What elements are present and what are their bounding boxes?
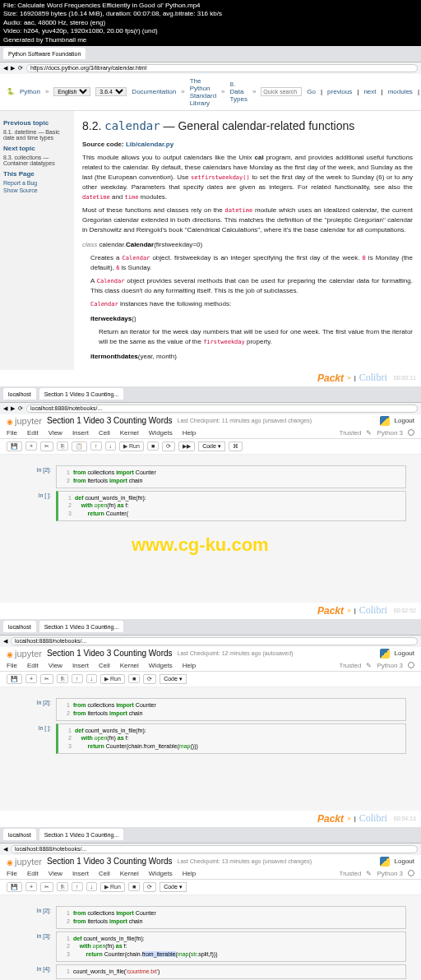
menu-widgets[interactable]: Widgets (149, 870, 173, 877)
menu-widgets[interactable]: Widgets (149, 429, 173, 437)
reload-icon[interactable]: ⟳ (18, 65, 23, 72)
menu-file[interactable]: File (7, 429, 17, 437)
menu-edit[interactable]: Edit (27, 429, 39, 437)
browser-tab[interactable]: localhost (3, 388, 36, 400)
browser-tab[interactable]: Section 1 Video 3 Counting... (39, 388, 124, 400)
run-button[interactable]: ▶ Run (100, 882, 125, 892)
menu-help[interactable]: Help (183, 870, 196, 877)
notebook-title[interactable]: Section 1 Video 3 Counting Words (47, 857, 173, 866)
url-input[interactable]: localhost:8888/notebooks/... (11, 637, 418, 645)
menu-cell[interactable]: Cell (99, 662, 110, 669)
menu-insert[interactable]: Insert (72, 870, 89, 877)
nav-modules[interactable]: modules (388, 88, 413, 95)
edit-icon[interactable]: ✎ (366, 870, 372, 877)
copy-icon[interactable]: ⎘ (57, 674, 68, 683)
bc-doc[interactable]: Documentation (132, 88, 176, 95)
move-up-icon[interactable]: ↑ (72, 674, 83, 683)
menu-insert[interactable]: Insert (72, 429, 89, 437)
menu-widgets[interactable]: Widgets (149, 662, 173, 669)
menu-help[interactable]: Help (183, 662, 196, 669)
move-down-icon[interactable]: ↓ (86, 882, 98, 891)
cut-icon[interactable]: ✂ (40, 674, 53, 684)
nav-next[interactable]: next (363, 88, 376, 95)
cell-type-select[interactable]: Code ▾ (160, 674, 187, 684)
save-icon[interactable]: 💾 (7, 674, 22, 684)
move-down-icon[interactable]: ↓ (105, 441, 117, 451)
copy-icon[interactable]: ⎘ (57, 882, 68, 891)
notebook-title[interactable]: Section 1 Video 3 Counting Words (47, 649, 173, 658)
add-cell-icon[interactable]: + (25, 441, 37, 451)
code-input[interactable]: 1from collections import Counter 2from i… (56, 465, 406, 488)
save-icon[interactable]: 💾 (7, 882, 22, 892)
logout-button[interactable]: Logout (395, 649, 414, 657)
cell-type-select[interactable]: Code ▾ (198, 441, 225, 451)
nav-fwd-icon[interactable]: ▶ (11, 65, 15, 72)
menu-insert[interactable]: Insert (72, 662, 89, 669)
restart-icon[interactable]: ⟳ (143, 674, 156, 684)
restart-icon[interactable]: ⟳ (162, 441, 175, 451)
edit-icon[interactable]: ✎ (366, 662, 372, 669)
browser-tab[interactable]: localhost (3, 829, 36, 840)
menu-cell[interactable]: Cell (99, 429, 110, 437)
logout-button[interactable]: Logout (395, 858, 414, 865)
kernel-name[interactable]: Python 3 (377, 662, 403, 669)
reload-icon[interactable]: ⟳ (18, 405, 23, 412)
stop-icon[interactable]: ■ (128, 674, 140, 683)
logout-button[interactable]: Logout (395, 417, 414, 424)
cut-icon[interactable]: ✂ (40, 441, 53, 451)
url-input[interactable]: https://docs.python.org/3/library/calend… (26, 64, 418, 72)
menu-cell[interactable]: Cell (99, 870, 110, 877)
move-down-icon[interactable]: ↓ (86, 674, 98, 683)
menu-edit[interactable]: Edit (27, 870, 39, 877)
nav-fwd-icon[interactable]: ▶ (11, 405, 15, 412)
add-cell-icon[interactable]: + (25, 882, 37, 891)
browser-tab[interactable]: Python Software Foundation (3, 48, 86, 59)
code-input[interactable]: 1count_words_in_file('countme.txt') (56, 964, 406, 979)
run-button[interactable]: ▶ Run (100, 674, 125, 684)
browser-tab[interactable]: localhost (3, 621, 36, 632)
nav-previous[interactable]: previous (327, 88, 352, 95)
url-input[interactable]: localhost:8888/notebooks/... (11, 845, 418, 853)
menu-kernel[interactable]: Kernel (120, 429, 139, 437)
search-input[interactable] (261, 87, 302, 96)
add-cell-icon[interactable]: + (25, 674, 37, 683)
menu-help[interactable]: Help (183, 429, 196, 437)
menu-kernel[interactable]: Kernel (120, 662, 139, 669)
browser-tab[interactable]: Section 1 Video 3 Counting... (39, 829, 124, 840)
bc-python[interactable]: Python (20, 88, 40, 95)
code-input[interactable]: 1def count_words_in_file(fn): 2 with ope… (56, 491, 406, 521)
nav-back-icon[interactable]: ◀ (3, 638, 7, 645)
browser-tab[interactable]: Section 1 Video 3 Counting... (39, 621, 124, 632)
move-up-icon[interactable]: ↑ (72, 882, 83, 891)
menu-view[interactable]: View (49, 870, 62, 877)
kernel-name[interactable]: Python 3 (377, 429, 403, 437)
menu-view[interactable]: View (49, 662, 62, 669)
source-link[interactable]: Lib/calendar.py (126, 141, 173, 148)
menu-kernel[interactable]: Kernel (120, 870, 139, 877)
move-up-icon[interactable]: ↑ (90, 441, 102, 451)
code-input[interactable]: 1from collections import Counter 2from i… (56, 698, 406, 721)
edit-icon[interactable]: ✎ (366, 429, 372, 437)
nav-back-icon[interactable]: ◀ (3, 65, 7, 72)
code-input[interactable]: 1def count_words_in_file(fn): 2 with ope… (56, 723, 406, 754)
go-button[interactable]: Go (307, 88, 316, 95)
run-button[interactable]: ▶ Run (119, 441, 144, 451)
nav-back-icon[interactable]: ◀ (3, 405, 7, 412)
bc-datatypes[interactable]: 8. Data Types (230, 81, 248, 103)
next-topic-link[interactable]: 8.3. collections — Container datatypes (3, 154, 71, 167)
menu-file[interactable]: File (7, 870, 17, 877)
code-input[interactable]: 1from collections import Counter 2from i… (56, 906, 406, 929)
copy-icon[interactable]: ⎘ (57, 441, 68, 451)
menu-view[interactable]: View (49, 429, 62, 437)
stop-icon[interactable]: ■ (128, 882, 140, 891)
show-source-link[interactable]: Show Source (3, 187, 71, 194)
stop-icon[interactable]: ■ (147, 441, 159, 451)
restart-icon[interactable]: ⟳ (143, 882, 156, 892)
save-icon[interactable]: 💾 (7, 441, 22, 451)
lang-select[interactable]: English (53, 87, 90, 96)
cell-type-select[interactable]: Code ▾ (160, 882, 187, 892)
menu-file[interactable]: File (7, 662, 17, 669)
report-bug-link[interactable]: Report a Bug (3, 179, 71, 187)
paste-icon[interactable]: 📋 (72, 441, 87, 451)
kernel-name[interactable]: Python 3 (377, 870, 403, 877)
